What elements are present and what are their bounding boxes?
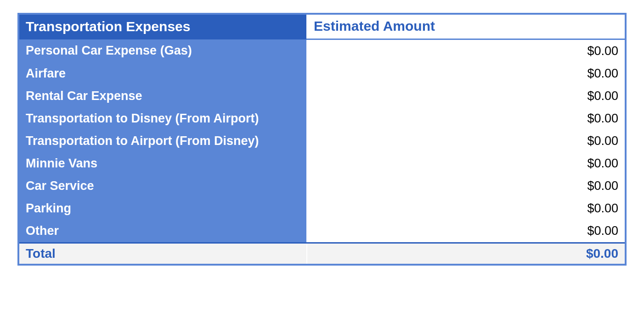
expense-label: Other <box>19 220 307 243</box>
table-row: Personal Car Expense (Gas) $0.00 <box>19 39 625 63</box>
expense-amount: $0.00 <box>307 197 625 220</box>
expense-label: Personal Car Expense (Gas) <box>19 39 307 63</box>
expense-label: Minnie Vans <box>19 152 307 175</box>
expenses-table: Transportation Expenses Estimated Amount… <box>19 15 625 264</box>
expense-label: Transportation to Disney (From Airport) <box>19 107 307 130</box>
expense-amount: $0.00 <box>307 130 625 152</box>
table-row: Transportation to Disney (From Airport) … <box>19 107 625 130</box>
expense-label: Rental Car Expense <box>19 85 307 107</box>
header-amount-label: Estimated Amount <box>307 15 625 39</box>
expense-label: Parking <box>19 197 307 220</box>
expense-amount: $0.00 <box>307 85 625 107</box>
table-row: Rental Car Expense $0.00 <box>19 85 625 107</box>
table-header-row: Transportation Expenses Estimated Amount <box>19 15 625 39</box>
expense-amount: $0.00 <box>307 107 625 130</box>
expense-label: Transportation to Airport (From Disney) <box>19 130 307 152</box>
expense-amount: $0.00 <box>307 152 625 175</box>
expense-label: Airfare <box>19 62 307 85</box>
expense-amount: $0.00 <box>307 175 625 197</box>
expense-amount: $0.00 <box>307 62 625 85</box>
table-row: Other $0.00 <box>19 220 625 243</box>
table-body: Personal Car Expense (Gas) $0.00 Airfare… <box>19 39 625 243</box>
table-row: Minnie Vans $0.00 <box>19 152 625 175</box>
table-row: Parking $0.00 <box>19 197 625 220</box>
total-amount: $0.00 <box>307 243 625 264</box>
table-row: Transportation to Airport (From Disney) … <box>19 130 625 152</box>
expense-label: Car Service <box>19 175 307 197</box>
total-row: Total $0.00 <box>19 243 625 264</box>
total-label: Total <box>19 243 307 264</box>
expenses-table-wrapper: Transportation Expenses Estimated Amount… <box>17 13 627 266</box>
header-expenses-label: Transportation Expenses <box>19 15 307 39</box>
table-row: Car Service $0.00 <box>19 175 625 197</box>
expense-amount: $0.00 <box>307 220 625 243</box>
table-row: Airfare $0.00 <box>19 62 625 85</box>
expense-amount: $0.00 <box>307 39 625 63</box>
